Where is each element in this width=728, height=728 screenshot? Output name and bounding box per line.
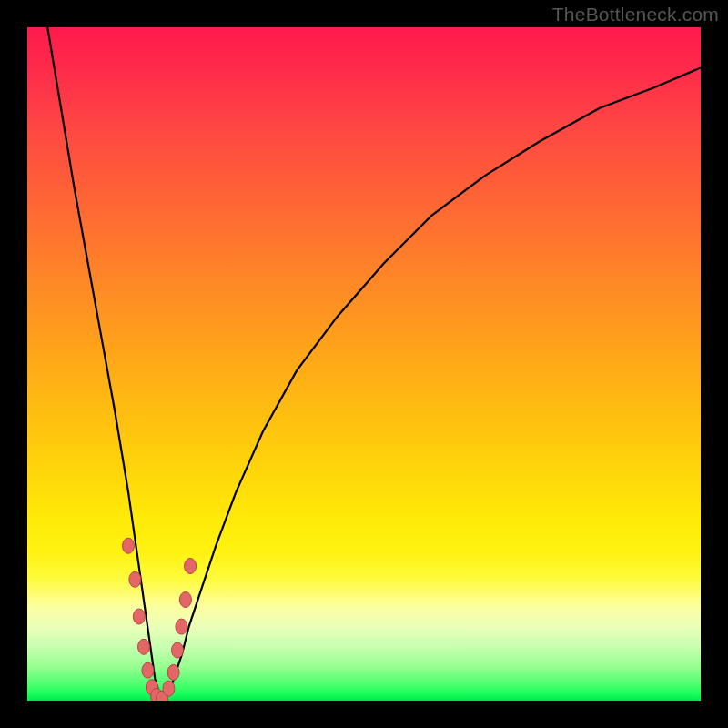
highlight-dot	[172, 642, 184, 658]
highlight-dot	[167, 664, 179, 680]
highlight-dot	[129, 571, 141, 587]
chart-svg	[27, 27, 701, 701]
watermark-text: TheBottleneck.com	[552, 4, 719, 25]
highlight-dot	[138, 639, 150, 654]
plot-area	[27, 27, 701, 701]
highlight-dot	[179, 592, 191, 608]
highlight-dot	[185, 559, 197, 574]
near-minimum-dots	[123, 538, 197, 701]
highlight-dot	[176, 619, 187, 634]
chart-frame: TheBottleneck.com	[0, 0, 728, 728]
highlight-dot	[133, 609, 145, 624]
highlight-dot	[123, 538, 135, 553]
highlight-dot	[142, 662, 154, 678]
bottleneck-curve	[47, 27, 701, 701]
highlight-dot	[163, 681, 175, 696]
